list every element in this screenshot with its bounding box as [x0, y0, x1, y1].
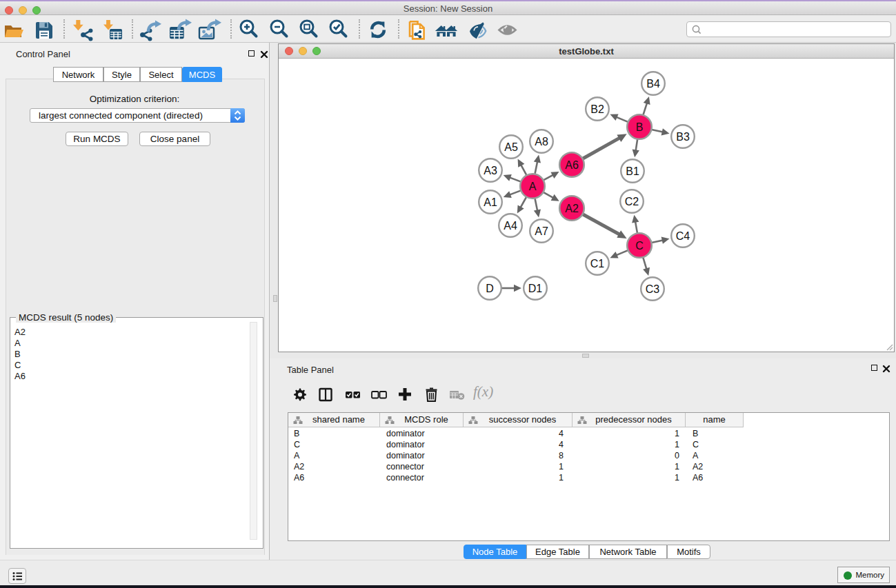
svg-text:B3: B3 [676, 131, 690, 143]
svg-text:D1: D1 [528, 283, 543, 294]
svg-text:C2: C2 [625, 196, 639, 207]
svg-text:A: A [529, 181, 537, 192]
svg-text:A4: A4 [504, 220, 517, 232]
svg-text:C1: C1 [590, 258, 605, 270]
svg-text:B4: B4 [646, 78, 660, 90]
svg-text:C: C [635, 240, 644, 252]
svg-text:A7: A7 [535, 225, 548, 237]
svg-text:A2: A2 [565, 203, 579, 214]
svg-text:A3: A3 [484, 165, 497, 176]
svg-text:A5: A5 [504, 141, 518, 153]
svg-text:A1: A1 [484, 196, 497, 208]
svg-text:C3: C3 [646, 283, 660, 295]
svg-text:C4: C4 [676, 230, 690, 242]
svg-text:D: D [486, 283, 494, 294]
svg-text:B: B [636, 121, 644, 133]
svg-text:A6: A6 [565, 159, 579, 171]
svg-text:B2: B2 [590, 103, 604, 115]
svg-text:B1: B1 [626, 165, 639, 177]
svg-text:A8: A8 [535, 136, 548, 148]
